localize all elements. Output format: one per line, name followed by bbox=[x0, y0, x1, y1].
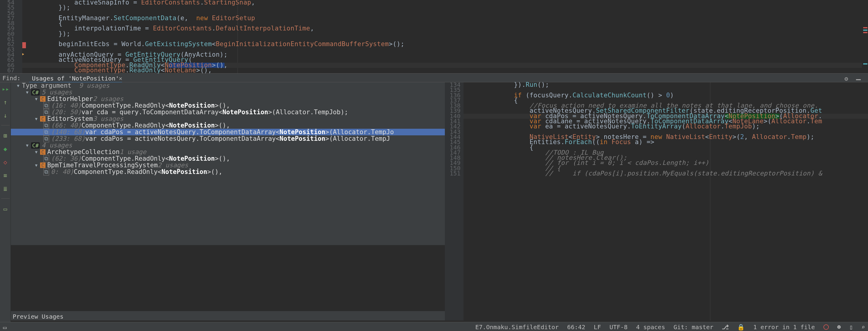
collapse-icon[interactable]: ≣ bbox=[2, 185, 9, 192]
tree-usage[interactable]: ⧉ (140: 68) var cdaPos = activeNotesQuer… bbox=[11, 129, 445, 136]
status-caret-pos[interactable]: 66:42 bbox=[567, 324, 585, 331]
window-icon[interactable]: ▭ bbox=[3, 324, 7, 331]
tree-usage[interactable]: ⧉ 0: 40) ComponentType.ReadOnly<NotePosi… bbox=[11, 169, 445, 175]
line-gutter[interactable]: 1341351361371381391401411421431441451461… bbox=[445, 82, 464, 321]
filter-icon[interactable]: ◆ bbox=[2, 145, 9, 152]
status-bar: ▭ E7.Onmaku.SimfileEditor 66:42 LF UTF-8… bbox=[0, 322, 868, 331]
status-path[interactable]: E7.Onmaku.SimfileEditor bbox=[475, 324, 559, 331]
tree-header[interactable]: ▾Type argument 9 usages bbox=[11, 82, 445, 89]
separator bbox=[1, 125, 10, 125]
tree-usage[interactable]: ⧉ (66: 40) ComponentType.ReadOnly<NotePo… bbox=[11, 122, 445, 129]
hector-icon[interactable]: ☻ bbox=[837, 324, 841, 331]
usages-toolbar: ▸▸ ↑ ↓ ⊞ ◆ ◇ ≡ ≣ ▭ bbox=[0, 82, 11, 322]
tree-class[interactable]: ▾🅲EditorHelper 2 usages bbox=[11, 96, 445, 102]
status-git[interactable]: Git: master bbox=[674, 324, 713, 331]
status-eol[interactable]: LF bbox=[594, 324, 601, 331]
error-icon[interactable] bbox=[824, 324, 829, 330]
tree-usage[interactable]: ⧉ (62: 36) ComponentType.ReadOnly<NotePo… bbox=[11, 155, 445, 162]
group-icon[interactable]: ⊞ bbox=[2, 132, 9, 139]
line-gutter[interactable]: 5455565758596061626364656667 bbox=[0, 0, 22, 73]
error-stripe[interactable] bbox=[862, 0, 868, 73]
tree-class[interactable]: ▾🅲EditorSystem 3 usages bbox=[11, 116, 445, 122]
tree-namespace[interactable]: ▾C# 5 usages bbox=[11, 89, 445, 96]
code-area[interactable]: activeSnapInfo = EditorConstants.Startin… bbox=[27, 0, 862, 73]
status-indent[interactable]: 4 spaces bbox=[636, 324, 665, 331]
vcs-icon[interactable]: ⎇ bbox=[722, 324, 729, 331]
tree-usage[interactable]: ⧉ (233: 68) var cdaPos = activeNotesQuer… bbox=[11, 136, 445, 142]
preview-title: Preview Usages bbox=[13, 313, 64, 320]
arrow-up-icon[interactable]: ↑ bbox=[2, 98, 9, 105]
arrow-down-icon[interactable]: ↓ bbox=[2, 112, 9, 118]
tree-class[interactable]: ▾🅲ArchetypeCollection 1 usage bbox=[11, 149, 445, 155]
preview-icon[interactable]: ▭ bbox=[2, 205, 9, 212]
find-label: Find: bbox=[2, 74, 21, 82]
main-editor[interactable]: 5455565758596061626364656667 activeSnapI… bbox=[0, 0, 868, 73]
tree-namespace[interactable]: ▾C# 4 usages bbox=[11, 142, 445, 149]
memory-icon[interactable]: ▯ bbox=[849, 324, 853, 331]
usages-tree[interactable]: ▾Type argument 9 usages▾C# 5 usages▾🅲Edi… bbox=[11, 82, 445, 245]
lock-icon[interactable]: 🔒 bbox=[737, 324, 745, 331]
status-encoding[interactable]: UTF-8 bbox=[610, 324, 627, 331]
close-icon[interactable]: × bbox=[119, 75, 122, 82]
code-area[interactable]: }).Run(); if (focusQuery.CalculateChunkC… bbox=[467, 82, 868, 321]
preview-bar: Preview Usages bbox=[11, 311, 445, 321]
tree-usage[interactable]: ⧉ (20: 50) var cda = query.ToComponentDa… bbox=[11, 109, 445, 116]
separator bbox=[1, 198, 10, 199]
status-errors[interactable]: 1 error in 1 file bbox=[753, 324, 815, 331]
find-tab[interactable]: Usages of 'NotePosition' bbox=[29, 73, 122, 83]
pin-icon[interactable]: ◇ bbox=[2, 158, 9, 165]
tree-usage[interactable]: ⧉ (16: 40) ComponentType.ReadOnly<NotePo… bbox=[11, 102, 445, 109]
find-tab-label: Usages of 'NotePosition' bbox=[32, 75, 119, 82]
search-icon[interactable]: ⌕ bbox=[861, 324, 865, 331]
find-tool-header: Find: Usages of 'NotePosition' × ⚙ — bbox=[0, 73, 868, 82]
rerun-icon[interactable]: ▸▸ bbox=[2, 85, 9, 92]
expand-icon[interactable]: ≡ bbox=[2, 172, 9, 178]
preview-editor[interactable]: 1341351361371381391401411421431441451461… bbox=[445, 82, 868, 321]
tree-class[interactable]: ▾🅲BpmTimeTravelProcessingSystem 2 usages bbox=[11, 162, 445, 169]
gear-icon[interactable]: ⚙ bbox=[844, 75, 848, 82]
